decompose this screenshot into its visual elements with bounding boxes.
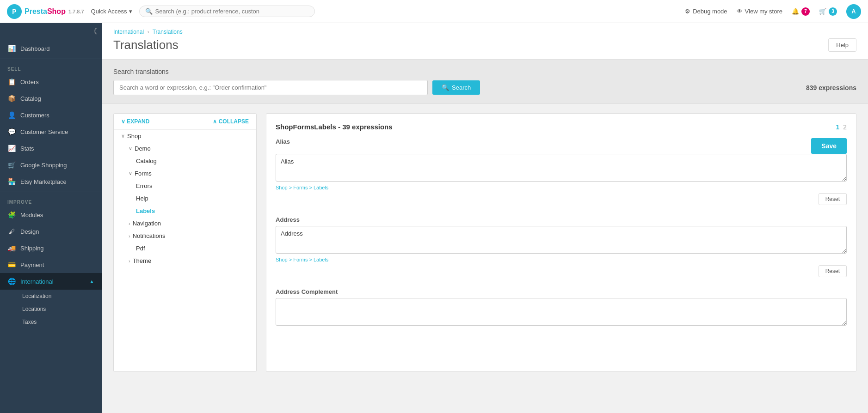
tree-node-forms[interactable]: ∨ Forms bbox=[114, 167, 256, 180]
divider-improve bbox=[0, 192, 102, 192]
page-2-link[interactable]: 2 bbox=[843, 123, 847, 131]
caret-shop: ∨ bbox=[121, 133, 125, 139]
sidebar-item-etsy[interactable]: 🏪 Etsy Marketplace bbox=[0, 173, 102, 190]
sidebar-item-design-label: Design bbox=[20, 228, 39, 235]
sidebar-item-shipping-label: Shipping bbox=[20, 245, 44, 252]
page-header: International › Translations Translation… bbox=[102, 23, 868, 60]
sidebar-toggle[interactable]: 《 bbox=[0, 23, 102, 40]
page-title: Translations bbox=[113, 38, 179, 52]
expand-btn[interactable]: ∨ EXPAND bbox=[121, 118, 149, 125]
sidebar-item-payment[interactable]: 💳 Payment bbox=[0, 256, 102, 273]
breadcrumb-current[interactable]: Translations bbox=[153, 29, 183, 35]
address-textarea[interactable] bbox=[276, 226, 847, 254]
sidebar-item-google-shopping[interactable]: 🛒 Google Shopping bbox=[0, 157, 102, 173]
tree-node-labels[interactable]: Labels bbox=[114, 205, 256, 217]
sidebar-item-customers[interactable]: 👤 Customers bbox=[0, 107, 102, 123]
address-label: Address bbox=[276, 216, 847, 223]
international-submenu: Localization Locations Taxes bbox=[0, 290, 102, 328]
sidebar-item-etsy-label: Etsy Marketplace bbox=[20, 178, 67, 185]
address-reset-button[interactable]: Reset bbox=[819, 265, 847, 277]
search-translations-button[interactable]: 🔍 Search bbox=[432, 80, 480, 95]
search-translations-input[interactable] bbox=[113, 80, 428, 95]
search-translations-bar: Search translations 🔍 Search 839 express… bbox=[102, 60, 868, 104]
cart-button[interactable]: 🛒 3 bbox=[819, 7, 837, 16]
sidebar-item-catalog[interactable]: 📦 Catalog bbox=[0, 90, 102, 107]
sidebar-item-google-shopping-label: Google Shopping bbox=[20, 162, 67, 169]
profile-avatar[interactable]: A bbox=[846, 4, 861, 19]
page-title-row: Translations Help bbox=[113, 38, 856, 52]
orders-icon: 📋 bbox=[7, 78, 16, 85]
sidebar-item-localization[interactable]: Localization bbox=[15, 290, 102, 303]
sell-section-label: SELL bbox=[0, 61, 102, 73]
sidebar-item-locations[interactable]: Locations bbox=[15, 303, 102, 316]
tree-node-shop[interactable]: ∨ Shop bbox=[114, 130, 256, 142]
tree-node-catalog[interactable]: Catalog bbox=[114, 155, 256, 167]
sidebar-item-design[interactable]: 🖌 Design bbox=[0, 223, 102, 240]
stats-icon: 📈 bbox=[7, 145, 16, 152]
tree-node-theme[interactable]: › Theme bbox=[114, 255, 256, 267]
sidebar-item-modules[interactable]: 🧩 Modules bbox=[0, 206, 102, 223]
sidebar-item-shipping[interactable]: 🚚 Shipping bbox=[0, 240, 102, 256]
address-path: Shop > Forms > Labels bbox=[276, 257, 847, 262]
alias-reset-button[interactable]: Reset bbox=[819, 193, 847, 205]
tree-node-navigation[interactable]: › Navigation bbox=[114, 217, 256, 230]
help-button[interactable]: Help bbox=[828, 38, 856, 52]
debug-icon: ⚙ bbox=[685, 8, 690, 15]
global-search-input[interactable] bbox=[155, 8, 309, 15]
sidebar-item-taxes[interactable]: Taxes bbox=[15, 316, 102, 328]
caret-forms: ∨ bbox=[129, 170, 132, 176]
caret-notifications: › bbox=[129, 233, 130, 239]
customer-service-icon: 💬 bbox=[7, 128, 16, 135]
improve-section-label: IMPROVE bbox=[0, 194, 102, 206]
sidebar: 《 📊 Dashboard SELL 📋 Orders 📦 Catalog 👤 … bbox=[0, 23, 102, 413]
debug-mode-button[interactable]: ⚙ Debug mode bbox=[685, 8, 727, 15]
tree-node-pdf[interactable]: Pdf bbox=[114, 242, 256, 255]
sidebar-item-modules-label: Modules bbox=[20, 212, 43, 219]
tree-panel-header: ∨ EXPAND ∧ COLLAPSE bbox=[114, 114, 256, 130]
field-address: Address Shop > Forms > Labels Reset bbox=[276, 216, 847, 277]
design-icon: 🖌 bbox=[7, 228, 16, 235]
tree-node-notifications[interactable]: › Notifications bbox=[114, 230, 256, 242]
app-body: 《 📊 Dashboard SELL 📋 Orders 📦 Catalog 👤 … bbox=[0, 23, 868, 413]
tree-node-demo[interactable]: ∨ Demo bbox=[114, 142, 256, 155]
bell-icon: 🔔 bbox=[792, 8, 799, 15]
shipping-icon: 🚚 bbox=[7, 244, 16, 252]
breadcrumb: International › Translations bbox=[113, 29, 856, 35]
modules-icon: 🧩 bbox=[7, 211, 16, 219]
tree-node-errors[interactable]: Errors bbox=[114, 180, 256, 192]
avatar: A bbox=[846, 4, 861, 19]
sidebar-item-customer-service-label: Customer Service bbox=[20, 128, 68, 135]
collapse-btn[interactable]: ∧ COLLAPSE bbox=[213, 118, 249, 125]
page-1-link[interactable]: 1 bbox=[836, 123, 839, 131]
logo-icon: P bbox=[7, 4, 22, 19]
customers-icon: 👤 bbox=[7, 111, 16, 119]
divider-sell bbox=[0, 59, 102, 59]
content-panel-title: ShopFormsLabels - 39 expressions bbox=[276, 123, 393, 131]
top-nav: P PrestaShop 1.7.8.7 Quick Access ▾ 🔍 ⚙ … bbox=[0, 0, 868, 23]
global-search[interactable]: 🔍 bbox=[139, 6, 315, 17]
alias-textarea[interactable] bbox=[276, 154, 847, 182]
sidebar-item-dashboard[interactable]: 📊 Dashboard bbox=[0, 40, 102, 57]
breadcrumb-separator: › bbox=[147, 29, 150, 35]
pagination: 1 2 bbox=[836, 123, 847, 131]
address-complement-textarea[interactable] bbox=[276, 298, 847, 326]
sidebar-item-customers-label: Customers bbox=[20, 112, 49, 119]
notifications-button[interactable]: 🔔 7 bbox=[792, 7, 810, 16]
catalog-icon: 📦 bbox=[7, 95, 16, 102]
breadcrumb-parent[interactable]: International bbox=[113, 29, 144, 35]
content-panel-header: ShopFormsLabels - 39 expressions 1 2 bbox=[276, 123, 847, 131]
tree-node-help[interactable]: Help bbox=[114, 192, 256, 205]
view-store-button[interactable]: 👁 View my store bbox=[737, 8, 782, 15]
main-content: International › Translations Translation… bbox=[102, 23, 868, 413]
save-button[interactable]: Save bbox=[811, 138, 847, 154]
sidebar-item-customer-service[interactable]: 💬 Customer Service bbox=[0, 123, 102, 140]
sidebar-item-stats[interactable]: 📈 Stats bbox=[0, 140, 102, 157]
alias-path: Shop > Forms > Labels bbox=[276, 185, 847, 190]
sidebar-item-orders[interactable]: 📋 Orders bbox=[0, 73, 102, 90]
alias-label: Alias bbox=[276, 138, 847, 145]
dashboard-icon: 📊 bbox=[7, 45, 16, 52]
sidebar-item-international[interactable]: 🌐 International ▲ bbox=[0, 273, 102, 290]
quick-access-button[interactable]: Quick Access ▾ bbox=[91, 8, 132, 15]
logo: P PrestaShop 1.7.8.7 bbox=[7, 4, 84, 19]
google-shopping-icon: 🛒 bbox=[7, 161, 16, 169]
